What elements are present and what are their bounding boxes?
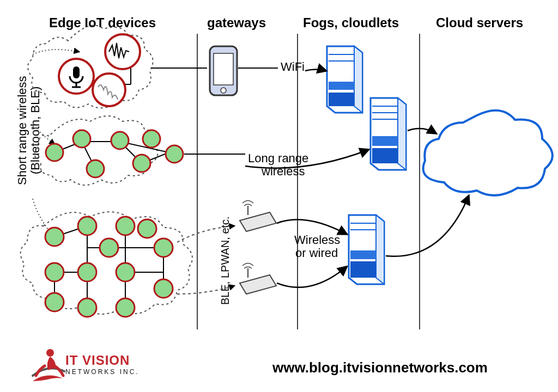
svg-rect-0 bbox=[73, 66, 80, 78]
svg-point-27 bbox=[78, 217, 96, 235]
svg-point-15 bbox=[166, 145, 183, 163]
svg-rect-44 bbox=[329, 82, 354, 90]
svg-point-41 bbox=[221, 88, 226, 93]
svg-point-34 bbox=[45, 293, 64, 311]
svg-point-26 bbox=[45, 228, 64, 246]
fog-server-3 bbox=[349, 215, 384, 284]
svg-point-28 bbox=[116, 217, 135, 235]
arrow-router2-to-fog3 bbox=[277, 267, 347, 287]
svg-rect-49 bbox=[372, 148, 398, 163]
fog-server-2 bbox=[371, 98, 406, 170]
arrow-wifi-to-fog1 bbox=[305, 70, 326, 71]
svg-rect-53 bbox=[350, 250, 376, 259]
link-mesh-large-router1 bbox=[177, 226, 234, 242]
svg-rect-54 bbox=[350, 261, 376, 278]
sensor-neural-icon bbox=[93, 74, 125, 106]
svg-point-37 bbox=[138, 219, 156, 238]
router-gateway-1 bbox=[240, 201, 276, 232]
svg-point-30 bbox=[78, 263, 96, 281]
diagram-svg bbox=[0, 0, 558, 392]
logo-icon bbox=[33, 349, 64, 381]
arrow-longrange-to-fog2 bbox=[245, 150, 368, 168]
cloud-icon bbox=[423, 111, 553, 195]
svg-point-32 bbox=[154, 238, 173, 257]
phone-gateway-icon bbox=[210, 46, 237, 95]
arrow-router1-to-fog3 bbox=[277, 219, 347, 234]
svg-point-57 bbox=[46, 349, 54, 357]
svg-point-29 bbox=[45, 263, 64, 281]
svg-point-14 bbox=[143, 130, 160, 148]
svg-point-36 bbox=[116, 298, 135, 317]
link-mesh-large-router2 bbox=[177, 286, 234, 294]
svg-point-13 bbox=[133, 155, 150, 172]
svg-rect-40 bbox=[214, 53, 233, 85]
arrow-fog2-to-cloud bbox=[408, 128, 436, 133]
svg-point-12 bbox=[111, 132, 129, 149]
fog-server-1 bbox=[327, 46, 362, 113]
svg-point-38 bbox=[100, 238, 118, 257]
svg-point-35 bbox=[78, 298, 96, 317]
arrow-fog3-to-cloud bbox=[386, 196, 469, 256]
svg-rect-45 bbox=[329, 93, 354, 106]
diagram-root: { "columns": { "edge": "Edge IoT devices… bbox=[0, 0, 558, 392]
svg-point-11 bbox=[87, 160, 104, 177]
mesh-small-nodes bbox=[46, 130, 183, 177]
dotted-line-1 bbox=[33, 50, 79, 54]
svg-point-31 bbox=[116, 263, 135, 281]
svg-rect-48 bbox=[372, 136, 398, 146]
svg-point-9 bbox=[46, 144, 63, 161]
router-gateway-2 bbox=[240, 264, 276, 295]
svg-point-10 bbox=[73, 130, 90, 148]
svg-point-33 bbox=[154, 279, 173, 298]
mesh-large-nodes bbox=[45, 217, 173, 317]
